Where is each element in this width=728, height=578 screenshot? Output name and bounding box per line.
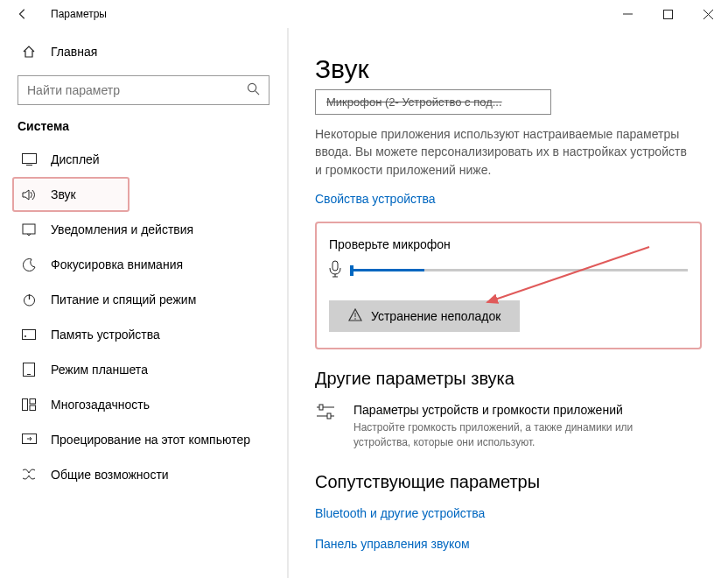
close-icon bbox=[704, 10, 713, 19]
svg-point-12 bbox=[24, 335, 26, 337]
sound-control-panel-link[interactable]: Панель управления звуком bbox=[315, 537, 470, 551]
input-device-dropdown[interactable]: Микрофон (2- Устройство с под... bbox=[315, 89, 551, 115]
sidebar-item-label: Память устройства bbox=[51, 328, 160, 342]
app-volume-title: Параметры устройств и громкости приложен… bbox=[354, 403, 668, 417]
shared-icon bbox=[21, 467, 37, 483]
svg-rect-8 bbox=[23, 224, 35, 234]
svg-point-4 bbox=[248, 83, 256, 91]
notifications-icon bbox=[21, 222, 37, 237]
speaker-icon bbox=[21, 187, 37, 202]
sidebar-item-tablet[interactable]: Режим планшета bbox=[18, 352, 270, 387]
app-volume-link[interactable]: Параметры устройств и громкости приложен… bbox=[315, 403, 702, 450]
check-mic-label: Проверьте микрофон bbox=[329, 237, 688, 251]
search-box[interactable] bbox=[18, 75, 270, 105]
close-button[interactable] bbox=[688, 0, 728, 28]
svg-rect-15 bbox=[23, 399, 28, 411]
arrow-left-icon bbox=[17, 8, 29, 20]
maximize-icon bbox=[663, 10, 673, 19]
sidebar-item-label: Многозадачность bbox=[51, 398, 150, 412]
sidebar-item-display[interactable]: Дисплей bbox=[18, 142, 270, 177]
related-heading: Сопутствующие параметры bbox=[315, 472, 702, 492]
sidebar-item-label: Общие возможности bbox=[51, 468, 169, 482]
mic-level-bar bbox=[350, 269, 688, 271]
home-icon bbox=[21, 44, 37, 60]
warning-icon bbox=[348, 308, 362, 324]
svg-rect-11 bbox=[23, 330, 36, 340]
svg-rect-19 bbox=[332, 261, 338, 271]
info-paragraph: Некоторые приложения используют настраив… bbox=[315, 125, 691, 179]
sidebar-item-notifications[interactable]: Уведомления и действия bbox=[18, 212, 270, 247]
search-icon bbox=[247, 82, 260, 99]
sidebar-item-label: Звук bbox=[51, 187, 76, 201]
moon-icon bbox=[21, 257, 37, 272]
svg-rect-26 bbox=[327, 413, 331, 419]
sliders-icon bbox=[315, 403, 336, 426]
maximize-button[interactable] bbox=[648, 0, 688, 28]
sidebar-item-shared[interactable]: Общие возможности bbox=[18, 457, 270, 492]
search-input[interactable] bbox=[27, 83, 247, 97]
sidebar-item-power[interactable]: Питание и спящий режим bbox=[18, 282, 270, 317]
tablet-icon bbox=[21, 362, 37, 377]
sidebar: Главная Система Дисплей Звук Уведомления… bbox=[0, 28, 289, 578]
troubleshoot-button[interactable]: Устранение неполадок bbox=[329, 300, 520, 332]
app-volume-desc: Настройте громкость приложений, а также … bbox=[354, 420, 668, 450]
power-icon bbox=[21, 292, 37, 307]
microphone-section: Проверьте микрофон Устранение неполадок bbox=[315, 222, 702, 349]
svg-point-21 bbox=[354, 318, 356, 320]
microphone-icon bbox=[329, 260, 341, 281]
back-button[interactable] bbox=[10, 8, 35, 20]
sidebar-item-label: Режим планшета bbox=[51, 363, 148, 377]
sidebar-item-label: Дисплей bbox=[51, 152, 100, 166]
bluetooth-link[interactable]: Bluetooth и другие устройства bbox=[315, 506, 702, 520]
svg-rect-24 bbox=[319, 405, 323, 410]
sidebar-item-storage[interactable]: Память устройства bbox=[18, 317, 270, 352]
sidebar-item-label: Проецирование на этот компьютер bbox=[51, 433, 250, 447]
projecting-icon bbox=[21, 432, 37, 448]
display-icon bbox=[21, 152, 37, 167]
other-params-heading: Другие параметры звука bbox=[315, 369, 702, 389]
sidebar-item-label: Питание и спящий режим bbox=[51, 293, 196, 307]
svg-rect-17 bbox=[30, 405, 36, 411]
multitask-icon bbox=[21, 397, 37, 412]
device-properties-link[interactable]: Свойства устройства bbox=[315, 192, 436, 206]
minimize-icon bbox=[623, 10, 633, 19]
sidebar-item-focus[interactable]: Фокусировка внимания bbox=[18, 247, 270, 282]
troubleshoot-label: Устранение неполадок bbox=[371, 309, 500, 323]
sidebar-item-label: Фокусировка внимания bbox=[51, 257, 183, 271]
sidebar-item-label: Уведомления и действия bbox=[51, 222, 193, 236]
sidebar-item-sound[interactable]: Звук bbox=[12, 177, 130, 212]
svg-rect-1 bbox=[663, 10, 672, 18]
page-heading: Звук bbox=[315, 54, 702, 84]
storage-icon bbox=[21, 327, 37, 342]
window-title: Параметры bbox=[51, 8, 607, 20]
home-link[interactable]: Главная bbox=[18, 35, 270, 68]
sidebar-item-multitask[interactable]: Многозадачность bbox=[18, 387, 270, 422]
svg-rect-6 bbox=[22, 154, 36, 164]
svg-rect-16 bbox=[30, 399, 36, 405]
sidebar-item-projecting[interactable]: Проецирование на этот компьютер bbox=[18, 422, 270, 457]
home-label: Главная bbox=[51, 45, 97, 59]
svg-line-5 bbox=[256, 90, 259, 94]
main-content: Звук Микрофон (2- Устройство с под... Не… bbox=[289, 28, 728, 578]
section-title: Система bbox=[18, 119, 270, 133]
minimize-button[interactable] bbox=[607, 0, 648, 28]
